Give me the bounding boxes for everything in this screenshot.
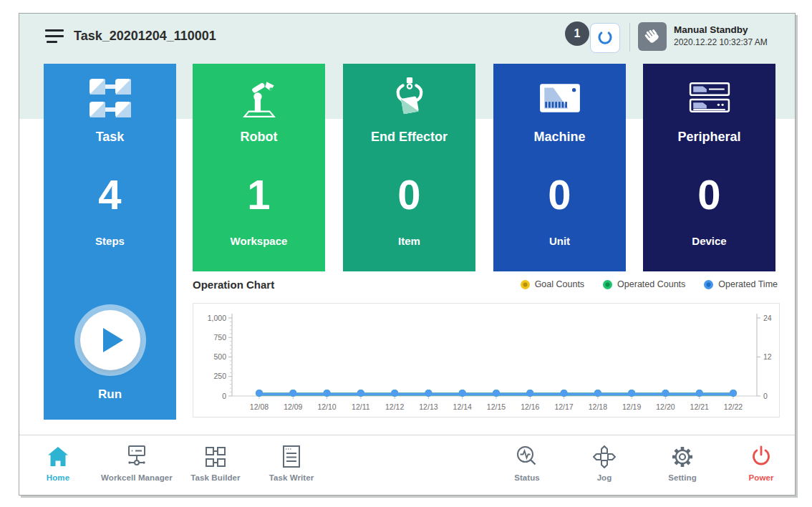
end-effector-card[interactable]: End Effector 0 Item [343,64,475,271]
svg-text:12/21: 12/21 [690,402,709,411]
svg-text:12/11: 12/11 [352,402,370,411]
manual-mode-button[interactable] [638,22,667,51]
card-label: Machine [493,130,626,145]
recovery-button[interactable] [590,23,620,53]
card-unit: Item [343,235,475,247]
svg-text:12/08: 12/08 [250,402,269,411]
home-icon [46,445,70,469]
hand-icon [641,25,664,48]
svg-text:250: 250 [213,372,226,380]
svg-text:0: 0 [222,392,226,400]
card-value: 1 [193,174,325,216]
card-unit: Workspace [193,235,325,247]
nav-task-writer[interactable]: Task Writer [245,443,338,482]
card-unit: Unit [493,235,626,247]
svg-text:12/13: 12/13 [419,402,438,411]
legend-label: Operated Time [718,279,778,289]
svg-text:12/19: 12/19 [622,402,641,411]
card-value: 0 [493,174,626,216]
svg-text:12/18: 12/18 [589,402,607,411]
svg-text:12/12: 12/12 [385,402,404,411]
task-builder-icon [203,444,228,470]
card-unit: Device [643,235,775,247]
task-writer-icon [279,444,304,470]
legend-label: Goal Counts [535,279,584,289]
legend-operated-time: Operated Time [704,279,778,289]
svg-text:1,000: 1,000 [208,314,226,322]
status-icon [514,444,540,470]
peripheral-card[interactable]: Peripheral 0 Device [643,64,775,271]
main-panel: Task_20201204_110001 1 Manual Standby 20… [19,13,796,496]
run-button[interactable] [80,310,140,370]
svg-text:12/17: 12/17 [554,402,573,411]
setting-icon [670,444,695,470]
card-label: Task [44,130,176,145]
svg-text:12/09: 12/09 [284,402,302,411]
card-label: Peripheral [643,130,775,145]
svg-text:12/10: 12/10 [317,402,336,411]
legend-label: Operated Counts [617,279,685,289]
svg-text:12/22: 12/22 [724,402,743,411]
jog-icon [591,444,617,470]
task-card[interactable]: Task 4 Steps Run [44,64,176,420]
machine-card[interactable]: Machine 0 Unit [493,64,626,271]
legend-operated-counts: Operated Counts [603,279,685,289]
robot-status: Manual Standby 2020.12.22 10:32:37 AM [674,24,768,48]
card-value: 4 [44,174,176,216]
svg-text:500: 500 [213,352,226,361]
svg-text:24: 24 [763,314,772,322]
header-divider [629,23,630,52]
svg-text:12/20: 12/20 [656,402,675,411]
card-label: End Effector [343,130,475,145]
play-icon [103,328,123,352]
operation-chart-plot: 02505007501,0000122412/0812/0912/1012/11… [193,304,779,417]
nav-label: Task Writer [245,473,338,482]
gripper-icon [343,75,475,121]
card-value: 0 [343,174,475,216]
robot-arm-icon [193,75,325,121]
chart-legend: Goal Counts Operated Counts Operated Tim… [521,279,778,289]
card-unit: Steps [44,235,176,247]
legend-goal-counts: Goal Counts [521,279,584,289]
operated-counts-dot-icon [603,280,612,289]
menu-icon[interactable] [45,29,65,45]
svg-text:0: 0 [763,392,768,400]
nav-label: Power [715,473,808,482]
svg-text:12/14: 12/14 [453,402,472,411]
task-steps-icon [44,75,176,121]
workcell-manager-icon [124,444,150,470]
power-icon [748,444,774,470]
svg-text:12/16: 12/16 [521,402,539,411]
card-value: 0 [643,174,775,216]
svg-text:12: 12 [763,352,772,361]
svg-text:12/15: 12/15 [487,402,506,411]
status-label: Manual Standby [674,24,768,37]
operation-chart: 02505007501,0000122412/0812/0912/1012/11… [193,303,780,417]
recovery-icon [593,26,617,50]
run-button-label: Run [44,387,176,402]
notification-badge: 1 [565,21,589,46]
chart-title: Operation Chart [193,279,274,291]
footer-divider [19,435,795,435]
task-title: Task_20201204_110001 [74,29,216,44]
goal-counts-dot-icon [521,280,530,289]
svg-text:750: 750 [213,333,226,342]
status-timestamp: 2020.12.22 10:32:37 AM [674,37,768,48]
operated-time-dot-icon [704,280,713,289]
peripheral-icon [643,75,775,121]
card-label: Robot [193,130,325,145]
robot-card[interactable]: Robot 1 Workspace [193,64,325,271]
machine-icon [493,75,626,121]
nav-power[interactable]: Power [715,443,808,482]
